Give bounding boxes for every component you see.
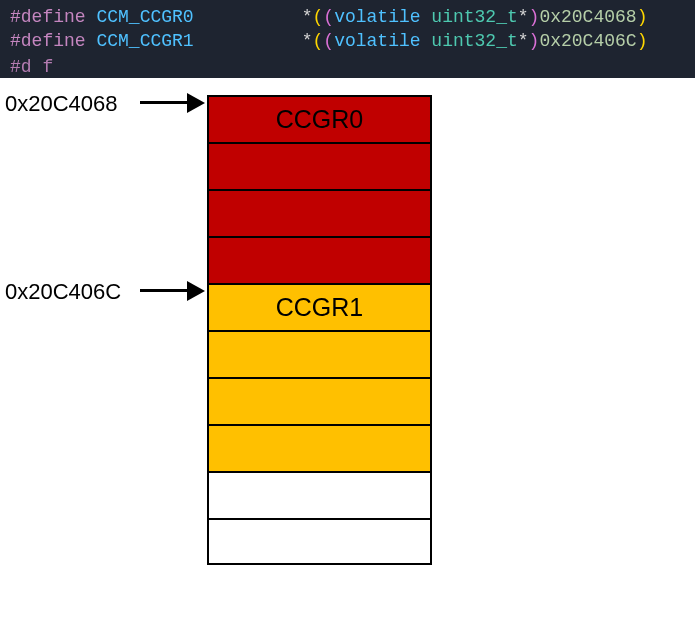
token-name: CCM_CCGR1 bbox=[96, 31, 193, 51]
token-define: #define bbox=[10, 31, 86, 51]
memory-cell-ccgr0: CCGR0 bbox=[207, 95, 432, 142]
token-type: uint32_t bbox=[431, 7, 517, 27]
token-paren: ) bbox=[529, 7, 540, 27]
address-label-0: 0x20C4068 bbox=[5, 91, 118, 117]
token-paren: ) bbox=[637, 7, 648, 27]
token-paren: ) bbox=[637, 31, 648, 51]
memory-cell-ccgr1: CCGR1 bbox=[207, 283, 432, 330]
token-paren: ( bbox=[313, 7, 324, 27]
memory-cell bbox=[207, 189, 432, 236]
token-addr: 0x20C406C bbox=[539, 31, 636, 51]
code-line-1: #define CCM_CCGR0 *((volatile uint32_t*)… bbox=[10, 5, 685, 29]
token-define: #define bbox=[10, 7, 86, 27]
token-star: * bbox=[518, 7, 529, 27]
memory-cell bbox=[207, 330, 432, 377]
token-paren: ( bbox=[323, 7, 334, 27]
memory-cell bbox=[207, 236, 432, 283]
memory-stack: CCGR0 CCGR1 bbox=[207, 95, 432, 565]
token-star: * bbox=[518, 31, 529, 51]
memory-cell bbox=[207, 518, 432, 565]
address-label-1: 0x20C406C bbox=[5, 279, 121, 305]
memory-cell bbox=[207, 377, 432, 424]
memory-cell bbox=[207, 424, 432, 471]
token-star: * bbox=[302, 7, 313, 27]
token-paren: ( bbox=[313, 31, 324, 51]
code-line-3-partial: #d f bbox=[10, 55, 685, 78]
token-addr: 0x20C4068 bbox=[539, 7, 636, 27]
code-line-2: #define CCM_CCGR1 *((volatile uint32_t*)… bbox=[10, 29, 685, 53]
token-volatile: volatile bbox=[334, 31, 420, 51]
token-paren: ( bbox=[323, 31, 334, 51]
token-volatile: volatile bbox=[334, 7, 420, 27]
memory-cell bbox=[207, 142, 432, 189]
memory-cell bbox=[207, 471, 432, 518]
token-star: * bbox=[302, 31, 313, 51]
token-name: CCM_CCGR0 bbox=[96, 7, 193, 27]
code-block: #define CCM_CCGR0 *((volatile uint32_t*)… bbox=[0, 0, 695, 78]
token-type: uint32_t bbox=[431, 31, 517, 51]
token-paren: ) bbox=[529, 31, 540, 51]
